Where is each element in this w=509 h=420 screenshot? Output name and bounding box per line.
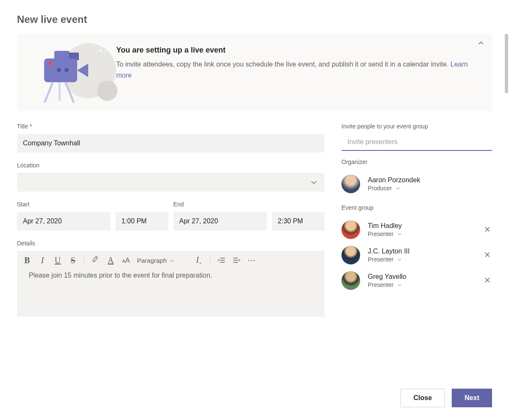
close-button[interactable]: Close xyxy=(400,389,445,407)
font-color-button[interactable]: A xyxy=(106,256,115,265)
title-input[interactable] xyxy=(17,134,324,153)
info-banner: ✦ You are setting up a live event To inv… xyxy=(17,34,492,111)
organizer-role-select[interactable]: Producer xyxy=(368,185,492,192)
chevron-down-icon xyxy=(310,178,318,186)
member-role-select[interactable]: Presenter xyxy=(368,281,475,288)
remove-member-button[interactable] xyxy=(483,224,492,236)
indent-button[interactable] xyxy=(232,256,241,265)
event-group-row: J.C. Layton III Presenter xyxy=(341,242,492,268)
paragraph-style-button[interactable]: Paragraph xyxy=(137,257,174,264)
member-name: Greg Yavello xyxy=(368,273,475,281)
event-group-row: Greg Yavello Presenter xyxy=(341,268,492,293)
invite-label: Invite people to your event group xyxy=(341,123,492,130)
member-name: Tim Hadley xyxy=(368,222,475,230)
member-name: J.C. Layton III xyxy=(368,248,475,255)
organizer-row: Aaron Porzondek Producer xyxy=(341,171,492,197)
member-role-select[interactable]: Presenter xyxy=(368,256,475,263)
organizer-name: Aaron Porzondek xyxy=(368,176,492,184)
page-title: New live event xyxy=(17,14,492,25)
event-group-row: Tim Hadley Presenter xyxy=(341,217,492,242)
avatar xyxy=(341,246,360,264)
strike-button[interactable]: S xyxy=(69,256,77,265)
banner-description: To invite attendees, copy the link once … xyxy=(116,61,450,68)
event-group-section-label: Event group xyxy=(341,204,492,211)
end-date-input[interactable] xyxy=(173,212,267,231)
avatar xyxy=(341,271,360,290)
banner-title: You are setting up a live event xyxy=(116,46,482,55)
end-label: End xyxy=(173,201,325,208)
camera-illustration: ✦ xyxy=(27,42,116,101)
scrollbar-thumb[interactable] xyxy=(505,34,508,93)
outdent-button[interactable] xyxy=(217,256,226,265)
start-time-input[interactable] xyxy=(115,212,168,231)
bold-button[interactable]: B xyxy=(23,256,31,265)
start-date-input[interactable] xyxy=(17,212,110,231)
member-role-select[interactable]: Presenter xyxy=(368,231,475,237)
location-label: Location xyxy=(17,162,324,169)
rich-text-toolbar: B I U S A AA Paragraph I× xyxy=(17,251,324,270)
collapse-banner-button[interactable] xyxy=(478,40,484,48)
more-options-button[interactable]: ··· xyxy=(248,257,256,264)
clear-format-button[interactable]: I× xyxy=(195,255,203,266)
remove-member-button[interactable] xyxy=(483,275,492,287)
organizer-section-label: Organizer xyxy=(341,159,492,165)
next-button[interactable]: Next xyxy=(452,389,492,407)
font-size-button[interactable]: AA xyxy=(122,256,130,265)
avatar xyxy=(341,220,360,239)
location-select[interactable] xyxy=(17,173,324,192)
italic-button[interactable]: I xyxy=(38,256,47,265)
underline-button[interactable]: U xyxy=(53,256,62,265)
details-textarea[interactable]: Please join 15 minutes prior to the even… xyxy=(17,270,324,317)
avatar xyxy=(341,175,360,193)
start-label: Start xyxy=(17,201,168,208)
end-time-input[interactable] xyxy=(272,212,324,231)
invite-presenters-input[interactable] xyxy=(341,134,492,151)
highlight-button[interactable] xyxy=(91,256,100,265)
remove-member-button[interactable] xyxy=(483,249,492,261)
title-label: Title * xyxy=(17,123,324,130)
details-label: Details xyxy=(17,240,324,247)
